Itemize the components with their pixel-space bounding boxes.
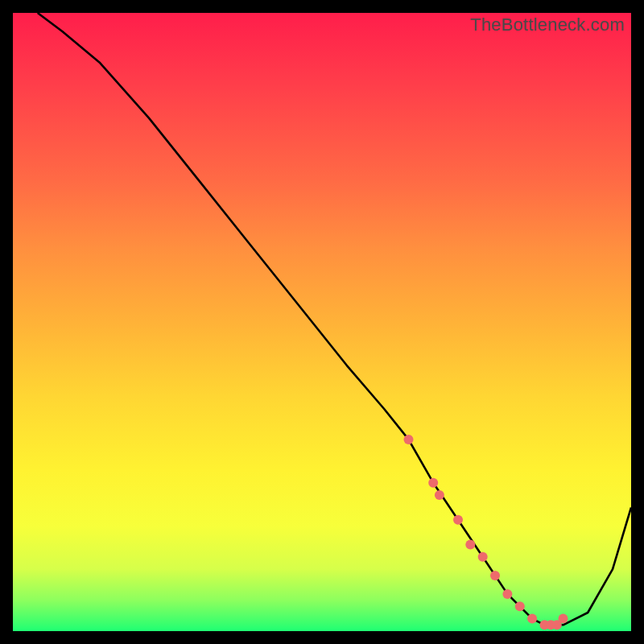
- highlight-dot: [502, 589, 512, 599]
- curve-overlay: [13, 13, 631, 631]
- highlight-dot: [559, 614, 568, 624]
- highlight-dot: [478, 552, 488, 562]
- highlight-dot: [428, 478, 438, 488]
- watermark-text: TheBottleneck.com: [470, 14, 625, 35]
- bottleneck-curve: [38, 13, 631, 625]
- chart-container: TheBottleneck.com: [0, 0, 644, 644]
- highlight-dot: [404, 435, 414, 444]
- highlight-dot: [453, 515, 463, 525]
- highlight-dot: [435, 490, 444, 500]
- highlight-dot: [465, 540, 475, 550]
- highlight-dot: [490, 571, 500, 580]
- plot-area: TheBottleneck.com: [13, 13, 631, 631]
- highlight-dot: [515, 601, 525, 611]
- highlight-dot: [527, 614, 537, 624]
